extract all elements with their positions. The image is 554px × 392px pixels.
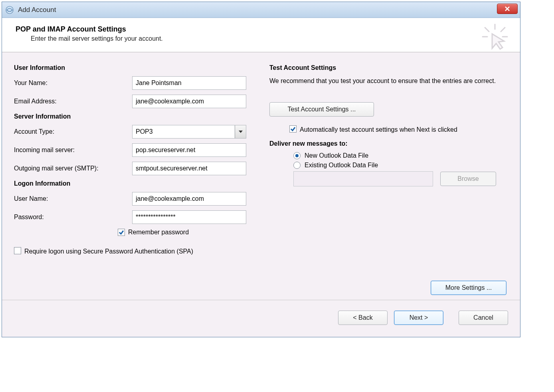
remember-password-label: Remember password [128, 229, 189, 236]
svg-marker-6 [239, 131, 243, 133]
radio-new-label: New Outlook Data File [305, 152, 368, 159]
svg-line-2 [485, 28, 489, 32]
username-input[interactable] [132, 192, 246, 206]
radio-new-outlook-file[interactable] [293, 152, 301, 159]
page-title: POP and IMAP Account Settings [16, 25, 509, 34]
label-incoming: Incoming mail server: [14, 147, 132, 154]
right-column: Test Account Settings We recommend that … [261, 62, 508, 295]
existing-file-input[interactable] [293, 171, 433, 186]
account-type-value: POP3 [133, 128, 235, 135]
section-test-settings: Test Account Settings [269, 64, 508, 71]
more-settings-button[interactable]: More Settings ... [431, 281, 507, 295]
wizard-header: POP and IMAP Account Settings Enter the … [2, 18, 520, 52]
label-username: User Name: [14, 195, 132, 202]
deliver-title: Deliver new messages to: [269, 140, 508, 147]
add-account-dialog: Add Account POP and IMAP Account Setting… [2, 2, 520, 337]
section-logon-info: Logon Information [14, 180, 261, 187]
page-subtitle: Enter the mail server settings for your … [16, 35, 509, 42]
app-icon [5, 6, 14, 14]
section-server-info: Server Information [14, 113, 261, 120]
radio-existing-outlook-file[interactable] [293, 162, 301, 169]
back-button[interactable]: < Back [338, 311, 388, 325]
email-input[interactable] [132, 95, 246, 108]
incoming-server-input[interactable] [132, 143, 246, 157]
label-email: Email Address: [14, 98, 132, 105]
next-button[interactable]: Next > [394, 311, 443, 325]
test-description: We recommend that you test your account … [269, 76, 508, 85]
left-column: User Information Your Name: Email Addres… [14, 62, 261, 295]
svg-line-3 [501, 28, 505, 32]
label-account-type: Account Type: [14, 128, 132, 135]
your-name-input[interactable] [132, 76, 246, 90]
label-your-name: Your Name: [14, 79, 132, 87]
remember-password-checkbox[interactable] [118, 229, 125, 236]
cursor-click-icon [481, 23, 509, 51]
label-outgoing: Outgoing mail server (SMTP): [14, 165, 132, 172]
outgoing-server-input[interactable] [132, 162, 246, 175]
auto-test-label: Automatically test account settings when… [300, 125, 457, 134]
chevron-down-icon[interactable] [235, 125, 246, 138]
section-user-info: User Information [14, 64, 261, 71]
label-password: Password: [14, 214, 132, 221]
radio-existing-label: Existing Outlook Data File [305, 162, 378, 169]
spa-label: Require logon using Secure Password Auth… [24, 247, 193, 256]
window-title: Add Account [18, 6, 56, 14]
account-type-select[interactable]: POP3 [132, 125, 246, 139]
spa-checkbox[interactable] [14, 247, 21, 254]
wizard-body: User Information Your Name: Email Addres… [2, 52, 520, 300]
auto-test-checkbox[interactable] [289, 125, 297, 133]
close-button[interactable] [497, 4, 518, 14]
test-account-settings-button[interactable]: Test Account Settings ... [269, 102, 374, 117]
wizard-footer: < Back Next > Cancel [2, 300, 520, 337]
browse-button[interactable]: Browse [440, 172, 496, 186]
password-input[interactable] [132, 210, 246, 224]
cancel-button[interactable]: Cancel [459, 311, 508, 325]
titlebar: Add Account [2, 2, 520, 18]
